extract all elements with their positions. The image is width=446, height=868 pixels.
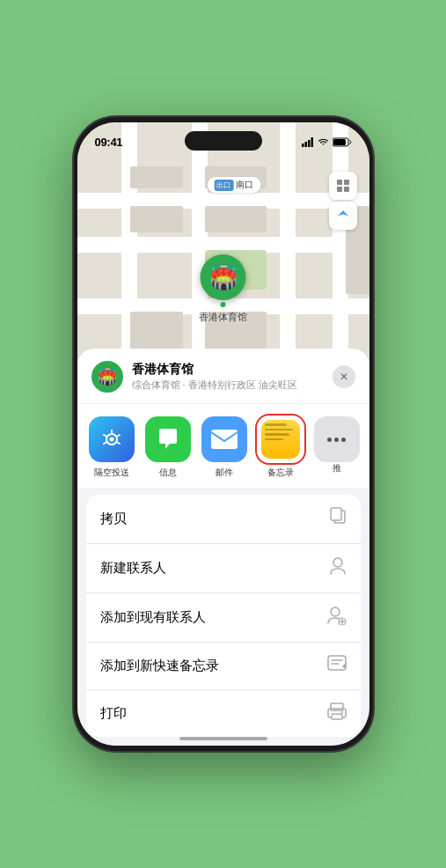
app-icons-row: 隔空投送 信息 [77, 404, 369, 488]
messages-label: 信息 [159, 467, 177, 479]
action-new-contact-label: 新建联系人 [100, 560, 166, 577]
print-symbol [327, 702, 347, 720]
notes-line-3 [265, 433, 290, 436]
map-label-text: 南口 [236, 179, 253, 191]
home-indicator [179, 737, 267, 740]
airdrop-symbol [99, 427, 124, 452]
svg-rect-6 [337, 180, 342, 185]
phone-screen: 09:41 [77, 122, 369, 746]
share-more[interactable]: 推 [311, 416, 362, 479]
notes-line-1 [265, 423, 287, 426]
airdrop-label: 隔空投送 [94, 467, 129, 479]
notes-inner-icon [261, 420, 300, 459]
close-button[interactable]: ✕ [333, 365, 355, 388]
add-contact-symbol [327, 606, 347, 625]
svg-rect-12 [211, 430, 238, 449]
action-new-contact[interactable]: 新建联系人 [86, 544, 361, 593]
status-time: 09:41 [95, 136, 123, 149]
status-icons [302, 137, 352, 147]
action-add-existing-contact[interactable]: 添加到现有联系人 [86, 593, 361, 643]
map-type-icon [336, 179, 350, 193]
svg-rect-8 [337, 187, 342, 192]
action-list: 拷贝 新建联系人 [86, 495, 361, 737]
pin-dot [221, 302, 226, 307]
messages-icon [145, 416, 191, 462]
svg-point-22 [341, 711, 343, 713]
mail-icon [201, 416, 247, 462]
map-controls [329, 172, 357, 230]
svg-point-16 [331, 607, 340, 616]
share-messages[interactable]: 信息 [143, 416, 194, 479]
map-label-badge: 出口 [214, 180, 233, 191]
wifi-icon [318, 137, 329, 147]
svg-point-15 [333, 558, 342, 567]
notes-line-4 [265, 438, 284, 441]
add-contact-icon [327, 606, 347, 629]
svg-rect-0 [302, 143, 304, 147]
battery-icon [333, 137, 352, 147]
action-quick-note-label: 添加到新快速备忘录 [100, 658, 219, 674]
quick-note-symbol [327, 655, 347, 673]
more-icon [314, 416, 360, 462]
map-label: 出口 南口 [207, 177, 260, 193]
notes-icon [258, 416, 303, 462]
print-icon [327, 702, 347, 725]
location-arrow-icon [337, 210, 349, 222]
phone-frame: 09:41 [74, 117, 373, 751]
pin-icon: 🏟️ [201, 254, 246, 300]
svg-rect-18 [328, 656, 346, 670]
action-copy[interactable]: 拷贝 [86, 495, 361, 544]
map-type-button[interactable] [329, 172, 357, 200]
share-notes[interactable]: 备忘录 [255, 416, 306, 479]
action-quick-note[interactable]: 添加到新快速备忘录 [86, 643, 361, 690]
action-print[interactable]: 打印 [86, 690, 361, 737]
svg-rect-9 [344, 187, 349, 192]
action-copy-label: 拷贝 [100, 511, 127, 527]
location-description: 综合体育馆 · 香港特别行政区 油尖旺区 [132, 379, 333, 392]
location-button[interactable] [329, 202, 357, 230]
notes-label: 备忘录 [267, 467, 294, 479]
signal-icon [302, 137, 314, 147]
mail-label: 邮件 [216, 467, 233, 479]
svg-rect-2 [308, 140, 311, 147]
more-label: 推 [333, 462, 341, 474]
location-info: 香港体育馆 综合体育馆 · 香港特别行政区 油尖旺区 [132, 362, 333, 392]
notes-line-2 [265, 429, 293, 431]
venue-label: 香港体育馆 [199, 311, 247, 324]
svg-rect-7 [344, 180, 349, 185]
more-dots [327, 438, 346, 442]
quick-note-icon [327, 655, 347, 677]
venue-pin: 🏟️ 香港体育馆 [199, 254, 247, 324]
share-airdrop[interactable]: 隔空投送 [86, 416, 137, 479]
svg-rect-14 [331, 508, 341, 520]
svg-rect-19 [331, 703, 343, 710]
share-mail[interactable]: 邮件 [199, 416, 250, 479]
messages-symbol [155, 426, 181, 452]
location-name: 香港体育馆 [132, 362, 333, 378]
share-sheet: 🏟️ 香港体育馆 综合体育馆 · 香港特别行政区 油尖旺区 ✕ [77, 349, 369, 746]
new-contact-icon [329, 556, 347, 580]
location-avatar: 🏟️ [91, 361, 123, 393]
copy-icon [329, 507, 347, 531]
svg-rect-1 [304, 142, 307, 147]
action-print-label: 打印 [100, 705, 127, 722]
new-contact-symbol [329, 556, 347, 576]
mail-symbol [210, 429, 238, 450]
action-add-existing-label: 添加到现有联系人 [100, 609, 206, 626]
copy-symbol [329, 507, 347, 526]
location-header: 🏟️ 香港体育馆 综合体育馆 · 香港特别行政区 油尖旺区 ✕ [77, 349, 369, 403]
dynamic-island [185, 131, 262, 151]
svg-point-11 [109, 438, 113, 442]
airdrop-icon [89, 416, 135, 462]
svg-rect-5 [333, 139, 346, 145]
svg-rect-21 [332, 714, 342, 719]
svg-rect-3 [311, 137, 313, 147]
